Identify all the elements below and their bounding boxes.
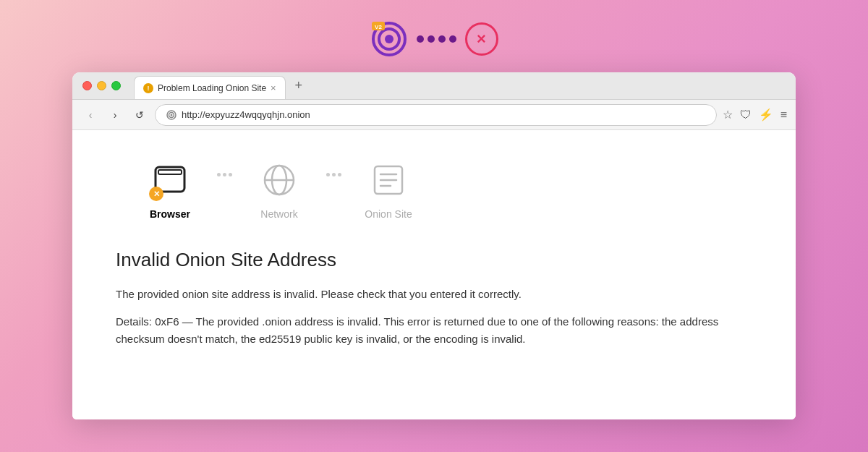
bookmark-button[interactable]: ☆	[723, 108, 733, 121]
browser-status-label: Browser	[150, 208, 190, 220]
tor-connection-dots	[417, 35, 456, 43]
onion-site-status-item: Onion Site	[341, 159, 435, 220]
onion-site-status-icon	[370, 162, 407, 198]
url-text: http://expyuzz4wqqyqhjn.onion	[182, 109, 310, 120]
svg-rect-9	[158, 170, 182, 174]
maximize-window-button[interactable]	[111, 81, 121, 90]
connector-1	[217, 159, 232, 176]
error-title: Invalid Onion Site Address	[116, 249, 752, 271]
network-icon	[261, 162, 297, 198]
onion-site-icon	[166, 109, 177, 121]
new-tab-button[interactable]: +	[289, 76, 309, 96]
connection-error-icon: ×	[465, 22, 498, 56]
tab-label: Problem Loading Onion Site	[158, 83, 266, 93]
network-icon-wrapper	[258, 159, 300, 201]
tor-header: V2 ×	[370, 0, 498, 72]
shield-button[interactable]: 🛡	[740, 108, 752, 121]
browser-icon-wrapper: ✕	[149, 159, 191, 201]
network-status-item: Network	[232, 159, 326, 220]
svg-text:V2: V2	[375, 24, 382, 30]
error-body-1: The provided onion site address is inval…	[116, 286, 752, 303]
connection-status-row: ✕ Browser Network	[116, 159, 752, 220]
extension-button[interactable]: ⚡	[759, 108, 773, 121]
reload-button[interactable]: ↺	[130, 106, 149, 124]
tab-warning-icon: !	[143, 83, 153, 93]
svg-point-2	[385, 35, 393, 43]
network-status-label: Network	[260, 208, 297, 220]
url-bar[interactable]: http://expyuzz4wqqyqhjn.onion	[155, 104, 717, 126]
browser-window: ! Problem Loading Onion Site × + ‹ › ↺	[72, 72, 796, 419]
back-button[interactable]: ‹	[81, 106, 100, 124]
svg-point-7	[171, 114, 173, 116]
onion-site-icon-wrapper	[367, 159, 409, 201]
minimize-window-button[interactable]	[97, 81, 106, 90]
tor-logo: V2	[370, 20, 408, 58]
menu-button[interactable]: ≡	[780, 108, 787, 121]
page-content: ✕ Browser Network	[72, 130, 796, 419]
browser-status-item: ✕ Browser	[123, 159, 217, 220]
connector-2	[326, 159, 341, 176]
tab-strip: ! Problem Loading Onion Site × +	[131, 72, 796, 99]
forward-button[interactable]: ›	[106, 106, 124, 124]
onion-site-status-label: Onion Site	[365, 208, 412, 220]
address-bar: ‹ › ↺ http://expyuzz4wqqyqhjn.onion ☆ 🛡 …	[72, 100, 796, 130]
close-window-button[interactable]	[82, 81, 92, 90]
toolbar-right: ☆ 🛡 ⚡ ≡	[723, 108, 787, 121]
error-body-2: Details: 0xF6 — The provided .onion addr…	[116, 313, 752, 348]
browser-error-badge: ✕	[149, 187, 163, 201]
active-tab[interactable]: ! Problem Loading Onion Site ×	[134, 76, 286, 99]
tab-close-button[interactable]: ×	[271, 82, 276, 93]
window-controls	[72, 72, 131, 99]
title-bar: ! Problem Loading Onion Site × +	[72, 72, 796, 100]
